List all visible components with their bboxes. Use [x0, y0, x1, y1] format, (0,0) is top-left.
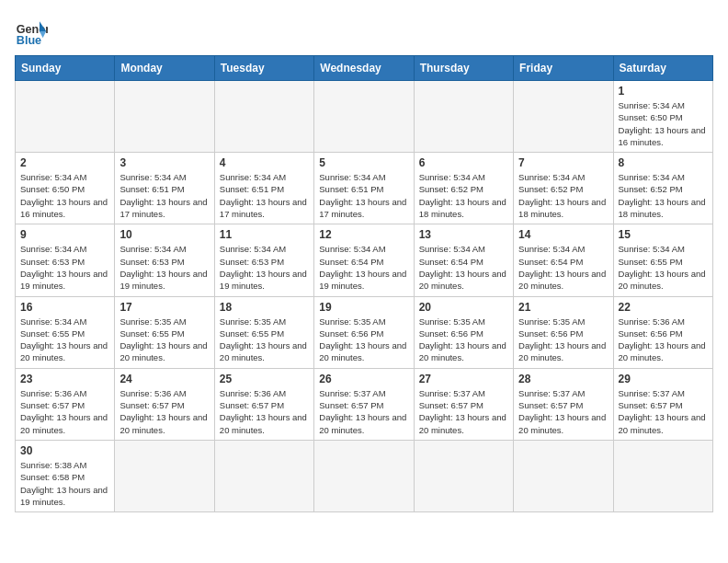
day-number: 17 [119, 301, 209, 314]
day-info: Sunrise: 5:34 AMSunset: 6:53 PMDaylight:… [220, 243, 309, 292]
day-number: 12 [319, 228, 408, 241]
day-info: Sunrise: 5:37 AMSunset: 6:57 PMDaylight:… [319, 387, 408, 436]
calendar-cell: 29Sunrise: 5:37 AMSunset: 6:57 PMDayligh… [613, 368, 712, 440]
calendar-cell: 4Sunrise: 5:34 AMSunset: 6:51 PMDaylight… [214, 153, 313, 224]
day-number: 25 [220, 373, 309, 385]
day-number: 18 [220, 301, 309, 314]
day-number: 14 [518, 228, 608, 241]
calendar-cell: 3Sunrise: 5:34 AMSunset: 6:51 PMDaylight… [115, 153, 214, 224]
day-info: Sunrise: 5:34 AMSunset: 6:53 PMDaylight:… [119, 243, 209, 292]
calendar-cell: 14Sunrise: 5:34 AMSunset: 6:54 PMDayligh… [514, 224, 613, 296]
day-number: 1 [619, 85, 708, 98]
day-number: 16 [20, 301, 109, 314]
day-number: 30 [20, 444, 109, 457]
day-info: Sunrise: 5:34 AMSunset: 6:51 PMDaylight:… [119, 171, 209, 220]
day-info: Sunrise: 5:35 AMSunset: 6:55 PMDaylight:… [220, 316, 309, 364]
day-number: 26 [319, 373, 408, 385]
calendar-cell: 17Sunrise: 5:35 AMSunset: 6:55 PMDayligh… [115, 296, 214, 368]
calendar-cell [514, 440, 613, 511]
day-number: 20 [419, 301, 508, 314]
day-info: Sunrise: 5:34 AMSunset: 6:52 PMDaylight:… [419, 171, 508, 220]
day-number: 4 [220, 156, 309, 169]
calendar-week-6: 30Sunrise: 5:38 AMSunset: 6:58 PMDayligh… [16, 440, 713, 511]
calendar-cell [16, 81, 115, 153]
calendar-cell: 22Sunrise: 5:36 AMSunset: 6:56 PMDayligh… [613, 296, 712, 368]
day-number: 6 [419, 156, 508, 169]
calendar-cell [214, 440, 313, 511]
calendar-week-5: 23Sunrise: 5:36 AMSunset: 6:57 PMDayligh… [16, 368, 713, 440]
calendar-cell: 23Sunrise: 5:36 AMSunset: 6:57 PMDayligh… [16, 368, 115, 440]
day-info: Sunrise: 5:35 AMSunset: 6:55 PMDaylight:… [119, 316, 209, 364]
calendar-cell [414, 81, 513, 153]
day-number: 7 [518, 156, 608, 169]
calendar-cell: 26Sunrise: 5:37 AMSunset: 6:57 PMDayligh… [314, 368, 414, 440]
calendar-cell [314, 440, 414, 511]
day-info: Sunrise: 5:37 AMSunset: 6:57 PMDaylight:… [619, 387, 708, 436]
day-number: 29 [619, 373, 708, 385]
day-number: 15 [619, 228, 708, 241]
calendar-cell: 2Sunrise: 5:34 AMSunset: 6:50 PMDaylight… [16, 153, 115, 224]
day-number: 21 [518, 301, 608, 314]
calendar-cell [613, 440, 712, 511]
page-header: General Blue [15, 15, 713, 48]
calendar-cell: 30Sunrise: 5:38 AMSunset: 6:58 PMDayligh… [16, 440, 115, 511]
day-number: 8 [619, 156, 708, 169]
calendar-cell: 5Sunrise: 5:34 AMSunset: 6:51 PMDaylight… [314, 153, 414, 224]
day-number: 22 [619, 301, 708, 314]
calendar-cell: 8Sunrise: 5:34 AMSunset: 6:52 PMDaylight… [613, 153, 712, 224]
day-info: Sunrise: 5:36 AMSunset: 6:57 PMDaylight:… [20, 387, 109, 436]
day-info: Sunrise: 5:38 AMSunset: 6:58 PMDaylight:… [20, 459, 109, 508]
day-info: Sunrise: 5:35 AMSunset: 6:56 PMDaylight:… [419, 316, 508, 364]
calendar-cell: 15Sunrise: 5:34 AMSunset: 6:55 PMDayligh… [613, 224, 712, 296]
day-info: Sunrise: 5:34 AMSunset: 6:54 PMDaylight:… [319, 243, 408, 292]
day-number: 13 [419, 228, 508, 241]
calendar-cell: 21Sunrise: 5:35 AMSunset: 6:56 PMDayligh… [514, 296, 613, 368]
day-number: 19 [319, 301, 408, 314]
day-number: 9 [20, 228, 109, 241]
calendar-cell [514, 81, 613, 153]
calendar-week-3: 9Sunrise: 5:34 AMSunset: 6:53 PMDaylight… [16, 224, 713, 296]
logo-icon: General Blue [15, 15, 48, 48]
calendar-cell: 25Sunrise: 5:36 AMSunset: 6:57 PMDayligh… [214, 368, 313, 440]
day-info: Sunrise: 5:34 AMSunset: 6:51 PMDaylight:… [220, 171, 309, 220]
day-number: 5 [319, 156, 408, 169]
day-info: Sunrise: 5:36 AMSunset: 6:57 PMDaylight:… [119, 387, 209, 436]
day-header-saturday: Saturday [613, 56, 712, 81]
calendar-cell: 9Sunrise: 5:34 AMSunset: 6:53 PMDaylight… [16, 224, 115, 296]
day-header-sunday: Sunday [16, 56, 115, 81]
calendar-cell: 12Sunrise: 5:34 AMSunset: 6:54 PMDayligh… [314, 224, 414, 296]
day-number: 27 [419, 373, 508, 385]
day-number: 3 [119, 156, 209, 169]
day-info: Sunrise: 5:34 AMSunset: 6:54 PMDaylight:… [518, 243, 608, 292]
calendar-week-2: 2Sunrise: 5:34 AMSunset: 6:50 PMDaylight… [16, 153, 713, 224]
day-info: Sunrise: 5:34 AMSunset: 6:55 PMDaylight:… [619, 243, 708, 292]
calendar-cell: 7Sunrise: 5:34 AMSunset: 6:52 PMDaylight… [514, 153, 613, 224]
calendar-cell [115, 440, 214, 511]
svg-text:Blue: Blue [17, 34, 41, 47]
calendar-cell [214, 81, 313, 153]
day-header-thursday: Thursday [414, 56, 513, 81]
logo: General Blue [15, 15, 53, 48]
calendar-week-4: 16Sunrise: 5:34 AMSunset: 6:55 PMDayligh… [16, 296, 713, 368]
calendar-cell: 28Sunrise: 5:37 AMSunset: 6:57 PMDayligh… [514, 368, 613, 440]
calendar-cell: 19Sunrise: 5:35 AMSunset: 6:56 PMDayligh… [314, 296, 414, 368]
day-info: Sunrise: 5:34 AMSunset: 6:53 PMDaylight:… [20, 243, 109, 292]
calendar-cell: 1Sunrise: 5:34 AMSunset: 6:50 PMDaylight… [613, 81, 712, 153]
day-number: 2 [20, 156, 109, 169]
day-header-row: SundayMondayTuesdayWednesdayThursdayFrid… [16, 56, 713, 81]
day-header-tuesday: Tuesday [214, 56, 313, 81]
day-number: 10 [119, 228, 209, 241]
calendar-cell: 10Sunrise: 5:34 AMSunset: 6:53 PMDayligh… [115, 224, 214, 296]
day-info: Sunrise: 5:34 AMSunset: 6:52 PMDaylight:… [619, 171, 708, 220]
day-number: 11 [220, 228, 309, 241]
day-info: Sunrise: 5:34 AMSunset: 6:55 PMDaylight:… [20, 316, 109, 364]
calendar-table: SundayMondayTuesdayWednesdayThursdayFrid… [15, 55, 713, 512]
day-info: Sunrise: 5:35 AMSunset: 6:56 PMDaylight:… [518, 316, 608, 364]
day-number: 24 [119, 373, 209, 385]
day-number: 28 [518, 373, 608, 385]
calendar-cell: 18Sunrise: 5:35 AMSunset: 6:55 PMDayligh… [214, 296, 313, 368]
day-header-monday: Monday [115, 56, 214, 81]
day-info: Sunrise: 5:35 AMSunset: 6:56 PMDaylight:… [319, 316, 408, 364]
day-header-wednesday: Wednesday [314, 56, 414, 81]
day-number: 23 [20, 373, 109, 385]
